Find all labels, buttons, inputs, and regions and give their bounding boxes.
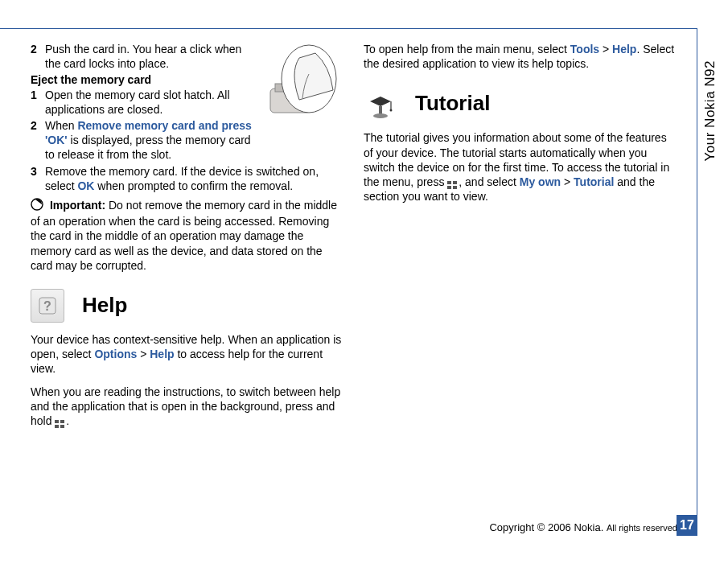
svg-rect-16: [453, 181, 457, 184]
sd-card-thumb-icon: [259, 42, 344, 122]
help-paragraph-1: Your device has context-sensitive help. …: [31, 332, 344, 377]
step-text: Open the memory card slot hatch. All app…: [45, 88, 253, 117]
step-number: 1: [31, 88, 45, 117]
svg-rect-7: [55, 420, 59, 423]
help-icon: ?: [31, 289, 64, 323]
svg-rect-10: [60, 425, 64, 428]
right-rule: [697, 28, 697, 536]
page-content: 2 Push the card in. You hear a click whe…: [31, 42, 680, 526]
tools-label: Tools: [570, 43, 599, 56]
menu-key-icon: [447, 179, 459, 187]
important-label: Important:: [50, 199, 105, 212]
svg-point-4: [35, 203, 39, 207]
tutorial-section-header: Tutorial: [364, 87, 677, 121]
tutorial-label: Tutorial: [574, 175, 614, 188]
options-label: Options: [94, 348, 137, 360]
eject-step-1: 1 Open the memory card slot hatch. All a…: [31, 88, 253, 117]
svg-rect-11: [379, 106, 382, 114]
memory-card-illustration: [259, 42, 344, 122]
tutorial-heading: Tutorial: [415, 90, 490, 117]
help-label: Help: [612, 43, 636, 56]
svg-rect-18: [453, 186, 457, 189]
open-help-paragraph: To open help from the main menu, select …: [364, 42, 677, 71]
left-column: 2 Push the card in. You hear a click whe…: [31, 42, 344, 526]
important-note: Important: Do not remove the memory card…: [31, 198, 344, 273]
step-text: Remove the memory card. If the device is…: [45, 164, 344, 193]
svg-point-12: [373, 113, 388, 118]
tutorial-icon: [364, 87, 397, 121]
help-label: Help: [150, 348, 174, 360]
insert-step-2: 2 Push the card in. You hear a click whe…: [31, 42, 253, 71]
my-own-label: My own: [520, 175, 561, 188]
step-text: Push the card in. You hear a click when …: [45, 42, 253, 71]
step-number: 2: [31, 118, 45, 163]
help-section-header: ? Help: [31, 289, 344, 323]
menu-key-icon: [55, 418, 66, 426]
top-rule: [0, 28, 697, 29]
step-number: 2: [31, 42, 45, 71]
step-number: 3: [31, 164, 45, 193]
ok-label: OK: [77, 179, 94, 192]
svg-rect-9: [55, 425, 59, 428]
svg-rect-8: [60, 420, 64, 423]
svg-rect-17: [447, 186, 451, 189]
eject-step-3: 3 Remove the memory card. If the device …: [31, 164, 344, 193]
svg-text:?: ?: [43, 299, 51, 313]
right-column: To open help from the main menu, select …: [364, 42, 677, 526]
eject-step-2: 2 When Remove memory card and press 'OK'…: [31, 118, 253, 163]
footer-copyright: Copyright © 2006 Nokia. All rights reser…: [489, 521, 680, 533]
step-text: When Remove memory card and press 'OK' i…: [45, 118, 253, 163]
vertical-chapter-title: Your Nokia N92: [702, 60, 718, 161]
svg-point-14: [390, 109, 393, 112]
warning-icon: [31, 198, 43, 214]
svg-rect-15: [447, 181, 451, 184]
tutorial-paragraph: The tutorial gives you information about…: [364, 130, 677, 204]
page-number: 17: [677, 515, 697, 536]
help-paragraph-2: When you are reading the instructions, t…: [31, 385, 344, 429]
help-heading: Help: [82, 292, 127, 319]
